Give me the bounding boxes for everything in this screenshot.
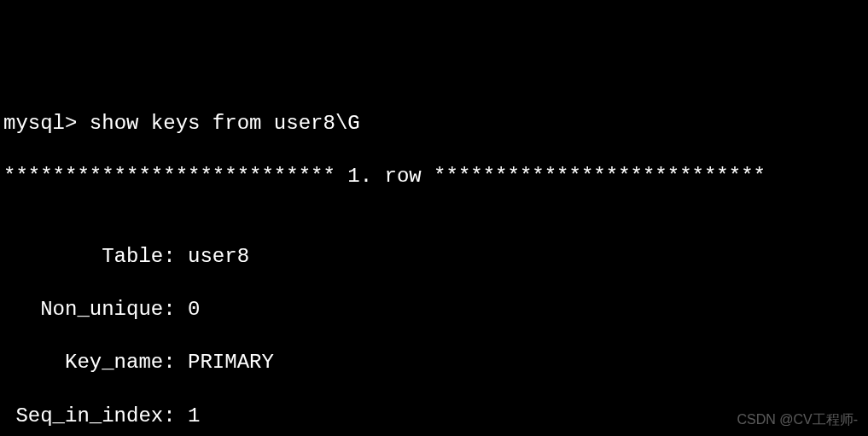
- field-value: 0: [188, 296, 200, 323]
- field-label: Non_unique: [3, 296, 163, 323]
- field-label: Key_name: [3, 349, 163, 375]
- sql-command: show keys from user8\G: [90, 110, 360, 137]
- field-value: PRIMARY: [188, 349, 274, 375]
- field-separator: :: [163, 349, 188, 375]
- watermark: CSDN @CV工程师-: [737, 411, 858, 429]
- row-separator-right: ***************************: [422, 163, 766, 189]
- field-row: Non_unique: 0: [3, 296, 865, 323]
- field-row: Seq_in_index: 1: [3, 403, 865, 429]
- field-label: Table: [3, 243, 163, 270]
- field-separator: :: [163, 403, 188, 429]
- row-separator-left: ***************************: [3, 163, 347, 189]
- field-row: Table: user8: [3, 243, 865, 270]
- field-separator: :: [163, 243, 188, 270]
- field-value: 1: [188, 403, 200, 429]
- field-row: Key_name: PRIMARY: [3, 349, 865, 375]
- mysql-prompt: mysql>: [3, 110, 90, 137]
- field-value: user8: [188, 243, 249, 270]
- field-label: Seq_in_index: [3, 403, 163, 429]
- field-separator: :: [163, 296, 188, 323]
- command-line: mysql> show keys from user8\G: [3, 110, 865, 137]
- row-header-line: *************************** 1. row *****…: [3, 163, 865, 189]
- row-header: 1. row: [347, 163, 421, 189]
